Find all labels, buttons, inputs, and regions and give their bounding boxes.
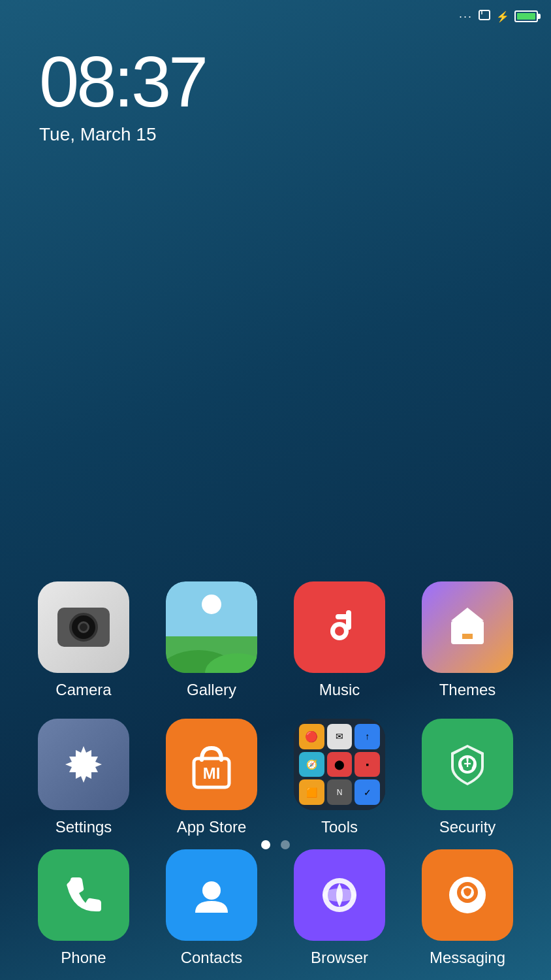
dock-messaging[interactable]: Messaging (412, 849, 523, 967)
svg-rect-8 (451, 621, 484, 644)
themes-label: Themes (439, 681, 496, 699)
tools-icon: 🔴 ✉ ↑ 🧭 ⬤ ▪ 🟧 N ✓ (294, 719, 385, 810)
dock-contacts[interactable]: Contacts (156, 849, 267, 967)
app-themes[interactable]: Themes (412, 581, 523, 699)
app-appstore[interactable]: MI App Store (156, 719, 267, 836)
messaging-icon (422, 849, 513, 941)
app-tools[interactable]: 🔴 ✉ ↑ 🧭 ⬤ ▪ 🟧 N ✓ Tools (284, 719, 395, 836)
svg-point-21 (323, 889, 356, 902)
svg-rect-10 (462, 634, 473, 639)
svg-text:MI: MI (203, 764, 221, 782)
dock: Phone Contacts Browser (0, 849, 551, 967)
settings-icon (38, 719, 129, 810)
clock-section: 08:37 Tue, March 15 (39, 46, 206, 145)
clock-date: Tue, March 15 (39, 124, 206, 145)
appstore-icon: MI (166, 719, 257, 810)
svg-text:+: + (464, 757, 471, 771)
security-label: Security (439, 818, 496, 836)
lightning-icon: ⚡ (496, 10, 509, 23)
app-row-1: Camera Gallery (20, 581, 531, 699)
appstore-label: App Store (177, 818, 247, 836)
messaging-label: Messaging (430, 949, 505, 967)
svg-point-18 (202, 881, 221, 900)
clock-time: 08:37 (39, 46, 206, 118)
settings-label: Settings (55, 818, 112, 836)
page-dots (0, 840, 551, 849)
svg-rect-0 (479, 10, 490, 20)
app-gallery[interactable]: Gallery (156, 581, 267, 699)
dock-phone[interactable]: Phone (28, 849, 139, 967)
page-dot-1[interactable] (261, 840, 270, 849)
browser-icon (294, 849, 385, 941)
app-grid: Camera Gallery (0, 581, 551, 836)
svg-point-5 (335, 627, 344, 636)
camera-icon (38, 581, 129, 673)
browser-label: Browser (311, 949, 368, 967)
camera-label: Camera (55, 681, 111, 699)
battery-icon (514, 10, 538, 22)
app-settings[interactable]: Settings (28, 719, 139, 836)
music-label: Music (319, 681, 360, 699)
app-row-2: Settings MI App Store 🔴 ✉ (20, 719, 531, 836)
page-dot-2[interactable] (281, 840, 290, 849)
sim-icon (478, 9, 491, 24)
contacts-label: Contacts (181, 949, 243, 967)
app-music[interactable]: Music (284, 581, 395, 699)
status-bar: ··· ⚡ (0, 0, 551, 33)
themes-icon (422, 581, 513, 673)
phone-icon (38, 849, 129, 941)
svg-rect-7 (336, 614, 351, 619)
gallery-label: Gallery (187, 681, 236, 699)
svg-rect-6 (346, 610, 351, 630)
music-icon (294, 581, 385, 673)
phone-label: Phone (61, 949, 106, 967)
dock-browser[interactable]: Browser (284, 849, 395, 967)
gallery-icon (166, 581, 257, 673)
tools-label: Tools (321, 818, 358, 836)
contacts-icon (166, 849, 257, 941)
app-camera[interactable]: Camera (28, 581, 139, 699)
app-security[interactable]: + Security (412, 719, 523, 836)
security-icon: + (422, 719, 513, 810)
svg-marker-9 (451, 608, 484, 621)
signal-icon: ··· (459, 10, 473, 24)
